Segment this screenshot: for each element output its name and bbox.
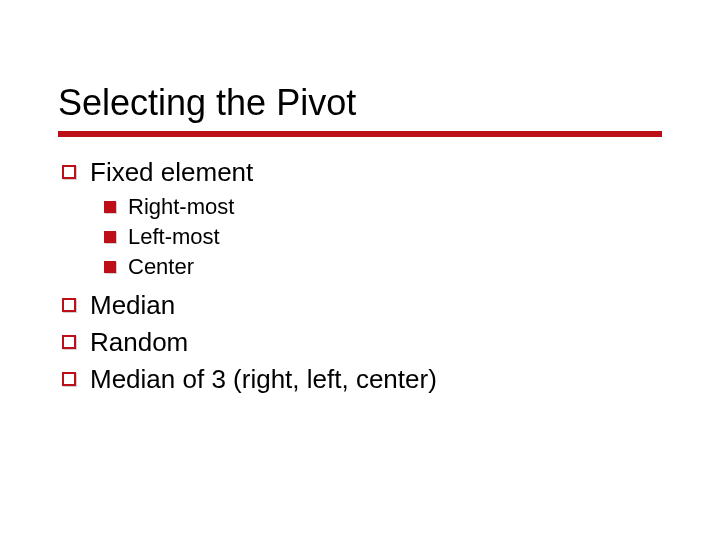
list-item: Center [104,252,662,282]
square-solid-icon [104,201,116,213]
square-solid-icon [104,261,116,273]
list-item-label: Left-most [128,222,220,252]
square-outline-icon [62,372,76,386]
list-item-label: Median of 3 (right, left, center) [90,362,437,397]
list-item: Random [62,325,662,360]
sub-list: Right-most Left-most Center [104,192,662,281]
slide: Selecting the Pivot Fixed element Right-… [0,0,720,540]
square-outline-icon [62,165,76,179]
list-item-label: Median [90,288,175,323]
list-item-label: Random [90,325,188,360]
list-item: Fixed element [62,155,662,190]
content-list: Fixed element Right-most Left-most Cente… [58,155,662,396]
list-item: Left-most [104,222,662,252]
list-item: Right-most [104,192,662,222]
slide-title: Selecting the Pivot [58,82,662,123]
square-outline-icon [62,335,76,349]
list-item-label: Center [128,252,194,282]
list-item-label: Fixed element [90,155,253,190]
square-outline-icon [62,298,76,312]
list-item: Median [62,288,662,323]
title-underline [58,131,662,137]
list-item-label: Right-most [128,192,234,222]
square-solid-icon [104,231,116,243]
list-item: Median of 3 (right, left, center) [62,362,662,397]
